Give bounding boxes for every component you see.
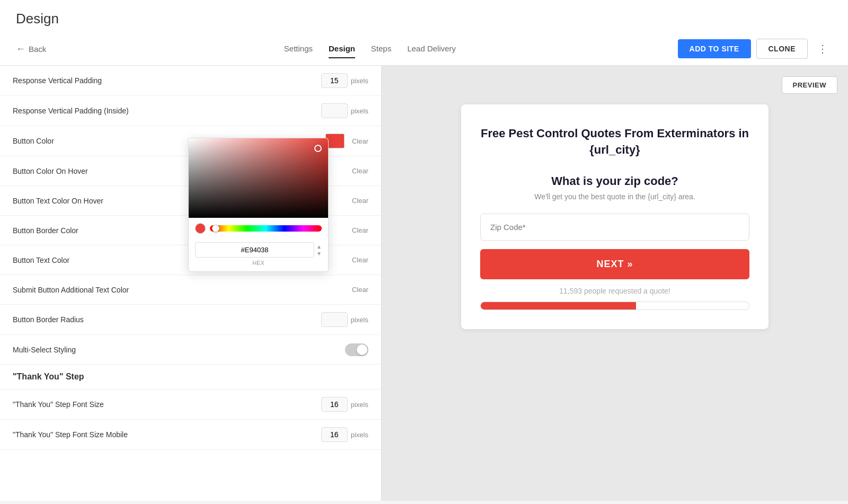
clear-button-border-color[interactable]: Clear — [352, 226, 368, 234]
clear-button-text-color[interactable]: Clear — [352, 256, 368, 264]
setting-label: "Thank You" Step Font Size — [13, 400, 321, 409]
multi-select-toggle[interactable] — [345, 343, 368, 356]
tab-lead-delivery[interactable]: Lead Delivery — [407, 40, 456, 58]
setting-row-multi-select: Multi-Select Styling — [0, 335, 381, 365]
pixel-unit: pixels — [351, 316, 368, 324]
color-picker-controls — [189, 218, 328, 239]
form-preview-question: What is your zip code? — [480, 174, 749, 188]
hex-arrow-up[interactable]: ▲ — [316, 244, 322, 250]
button-border-radius-input[interactable] — [321, 312, 348, 327]
hex-label: HEX — [189, 259, 328, 271]
clear-button-text-color-hover[interactable]: Clear — [352, 197, 368, 205]
hex-arrows: ▲ ▼ — [316, 244, 322, 257]
preview-button[interactable]: PREVIEW — [782, 76, 837, 94]
setting-label: Response Vertical Padding — [13, 76, 321, 85]
pixel-unit: pixels — [351, 77, 368, 85]
quote-count: 11,593 people requested a quote! — [480, 287, 749, 295]
clear-button-color[interactable]: Clear — [352, 137, 368, 145]
form-preview-card: Free Pest Control Quotes From Exterminat… — [461, 104, 768, 329]
color-preview-dot — [195, 223, 206, 234]
page-title: Design — [0, 0, 848, 32]
response-vertical-padding-inside-input[interactable] — [321, 103, 348, 118]
setting-label: Response Vertical Padding (Inside) — [13, 107, 321, 115]
hex-arrow-down[interactable]: ▼ — [316, 251, 322, 257]
clone-button[interactable]: CLONE — [756, 39, 808, 59]
tab-steps[interactable]: Steps — [371, 40, 391, 58]
form-preview-title: Free Pest Control Quotes From Exterminat… — [480, 126, 749, 158]
back-label: Back — [29, 45, 46, 54]
next-button[interactable]: NEXT » — [480, 249, 749, 279]
setting-input-group: pixels — [321, 73, 368, 88]
setting-input-group: Clear — [325, 134, 368, 148]
more-options-button[interactable]: ⋮ — [813, 40, 832, 57]
main-layout: Response Vertical Padding pixels Respons… — [0, 66, 848, 501]
preview-btn-row: PREVIEW — [392, 76, 837, 94]
setting-input-group: pixels — [321, 103, 368, 118]
progress-bar-fill — [481, 302, 636, 310]
setting-row-response-vertical-padding: Response Vertical Padding pixels — [0, 66, 381, 96]
thank-you-font-size-input[interactable] — [321, 397, 348, 412]
setting-row-button-border-radius: Button Border Radius pixels — [0, 305, 381, 335]
progress-bar — [480, 302, 749, 310]
setting-row-submit-additional-text-color: Submit Button Additional Text Color Clea… — [0, 275, 381, 305]
left-panel: Response Vertical Padding pixels Respons… — [0, 66, 382, 501]
top-actions: ADD TO SITE CLONE ⋮ — [678, 39, 832, 59]
hue-slider-handle — [212, 225, 219, 232]
section-thank-you-label: "Thank You" Step — [13, 372, 84, 381]
setting-input-group: Clear — [348, 286, 368, 294]
setting-input-group: Clear — [348, 167, 368, 175]
setting-input-group: Clear — [348, 256, 368, 264]
tab-settings[interactable]: Settings — [284, 40, 313, 58]
hex-row: ▲ ▼ — [189, 239, 328, 259]
back-button[interactable]: ← Back — [16, 43, 46, 55]
setting-input-group: pixels — [321, 427, 368, 442]
hex-input[interactable] — [195, 242, 314, 258]
setting-input-group: Clear — [348, 197, 368, 205]
pixel-unit: pixels — [351, 107, 368, 115]
hue-slider[interactable] — [210, 225, 322, 232]
setting-label: Multi-Select Styling — [13, 346, 345, 354]
clear-submit-additional-text-color[interactable]: Clear — [352, 286, 368, 294]
zip-code-input[interactable] — [480, 214, 749, 241]
tab-design[interactable]: Design — [329, 40, 355, 58]
setting-label: "Thank You" Step Font Size Mobile — [13, 430, 321, 439]
setting-label: Submit Button Additional Text Color — [13, 286, 348, 294]
setting-label: Button Border Radius — [13, 315, 321, 324]
setting-input-group: Clear — [348, 226, 368, 234]
top-bar: ← Back Settings Design Steps Lead Delive… — [0, 32, 848, 66]
nav-tabs: Settings Design Steps Lead Delivery — [62, 40, 677, 58]
setting-row-thank-you-font-size: "Thank You" Step Font Size pixels — [0, 390, 381, 420]
pixel-unit: pixels — [351, 401, 368, 409]
right-panel: PREVIEW Free Pest Control Quotes From Ex… — [382, 66, 848, 501]
section-thank-you: "Thank You" Step — [0, 365, 381, 390]
toggle-knob — [357, 344, 367, 355]
response-vertical-padding-input[interactable] — [321, 73, 348, 88]
color-picker-handle[interactable] — [314, 145, 322, 152]
setting-input-group: pixels — [321, 397, 368, 412]
setting-row-response-vertical-padding-inside: Response Vertical Padding (Inside) pixel… — [0, 96, 381, 126]
thank-you-font-size-mobile-input[interactable] — [321, 427, 348, 442]
setting-input-group: pixels — [321, 312, 368, 327]
back-arrow-icon: ← — [16, 43, 25, 55]
pixel-unit: pixels — [351, 431, 368, 439]
clear-button-color-hover[interactable]: Clear — [352, 167, 368, 175]
setting-row-thank-you-font-size-mobile: "Thank You" Step Font Size Mobile pixels — [0, 420, 381, 450]
color-picker-popup: ▲ ▼ HEX — [188, 138, 329, 272]
add-to-site-button[interactable]: ADD TO SITE — [678, 39, 751, 58]
form-preview-subtitle: We'll get you the best quote in the {url… — [480, 192, 749, 201]
color-gradient-canvas[interactable] — [189, 138, 328, 218]
